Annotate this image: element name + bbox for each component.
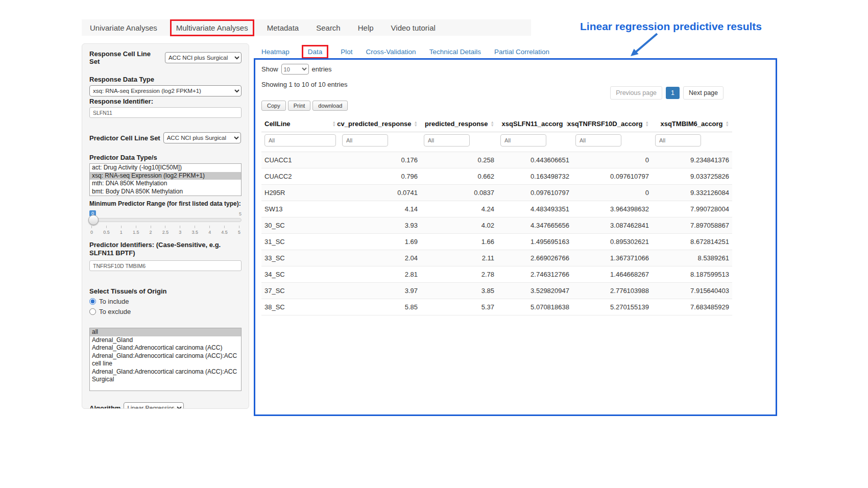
slider-max-label: 5 — [239, 211, 242, 216]
column-label: xsqTNFRSF10D_accorg — [567, 120, 642, 128]
nav-help[interactable]: Help — [358, 23, 374, 32]
result-tabs: Heatmap Data Plot Cross-Validation Techn… — [261, 46, 549, 57]
predictor-data-type-option[interactable]: act: Drug Activity (-log10[IC50M]) — [90, 164, 241, 172]
slider-tick: 1.5 — [133, 226, 139, 235]
tab-technical-details[interactable]: Technical Details — [429, 48, 481, 56]
table-row: 37_SC 3.97 3.85 3.529820947 2.776103988 … — [261, 283, 732, 299]
predictor-data-type-option[interactable]: mth: DNA 850K Methylation — [90, 180, 241, 188]
nav-video-tutorial[interactable]: Video tutorial — [391, 23, 436, 32]
cell-value: 3.529820947 — [497, 283, 572, 299]
column-label: predicted_response — [425, 120, 488, 128]
sort-icon: ▲▼ — [645, 121, 649, 127]
slider-track[interactable] — [89, 218, 242, 222]
predictor-data-type-option-selected[interactable]: xsq: RNA-seq Expression (log2 FPKM+1) — [90, 172, 241, 180]
slider-handle[interactable] — [88, 215, 99, 225]
cell-value: 4.24 — [421, 201, 497, 217]
tab-partial-correlation[interactable]: Partial Correlation — [494, 48, 549, 56]
algorithm-select[interactable]: Linear Regression — [124, 402, 184, 409]
cell-value: 2.04 — [339, 250, 421, 266]
cell-value: 1.69 — [339, 234, 421, 250]
tissue-option[interactable]: Adrenal_Gland:Adrenocortical carcinoma (… — [90, 344, 241, 352]
tissue-option[interactable]: Adrenal_Gland:Adrenocortical carcinoma (… — [90, 352, 241, 368]
column-header-cv-predicted-response[interactable]: cv_predicted_response▲▼ — [339, 116, 421, 132]
tissue-origin-label: Select Tissue/s of Origin — [89, 287, 242, 295]
filter-input-xsqslfn11-accorg[interactable] — [500, 134, 546, 147]
cell-value: 5.37 — [421, 299, 497, 315]
slider-tick: 2 — [150, 226, 152, 235]
cell-value: 9.234841376 — [652, 152, 732, 168]
cell-value: 1.66 — [421, 234, 497, 250]
print-button[interactable]: Print — [288, 101, 311, 111]
predictor-identifiers-input[interactable] — [89, 260, 242, 271]
min-predictor-range-slider: 0 5 0 0.5 1 1.5 2 2.5 3 3.5 4 4.5 5 — [89, 210, 242, 237]
table-row: CUACC2 0.796 0.662 0.163498732 0.0976107… — [261, 168, 732, 185]
tissue-exclude-radio-row: To exclude — [89, 308, 242, 315]
filter-input-predicted-response[interactable] — [424, 134, 470, 147]
response-cell-line-set-select[interactable]: ACC NCI plus Surgical — [165, 52, 242, 63]
cell-value: 8.5389261 — [652, 250, 732, 266]
cell-value: 7.683485929 — [652, 299, 732, 315]
column-label: cv_predicted_response — [337, 120, 411, 128]
slider-tick: 0.5 — [103, 226, 110, 235]
response-identifier-input[interactable] — [89, 107, 242, 118]
cell-value: 1.464668267 — [572, 266, 652, 283]
cell-value: 0.0741 — [339, 185, 421, 201]
tab-cross-validation[interactable]: Cross-Validation — [366, 48, 416, 56]
tissue-include-radio[interactable] — [89, 298, 96, 305]
slider-tick: 2.5 — [162, 226, 169, 235]
predictor-cell-line-set-select[interactable]: ACC NCI plus Surgical — [163, 132, 241, 143]
tab-plot[interactable]: Plot — [341, 48, 352, 56]
tab-data[interactable]: Data — [302, 45, 329, 59]
column-header-xsqtnfrsf10d-accorg[interactable]: xsqTNFRSF10D_accorg▲▼ — [572, 116, 652, 132]
column-header-xsqslfn11-accorg[interactable]: xsqSLFN11_accorg▲▼ — [497, 116, 572, 132]
cell-value: 1.367371066 — [572, 250, 652, 266]
cell-value: 2.669026766 — [497, 250, 572, 266]
column-label: xsqSLFN11_accorg — [502, 120, 563, 128]
cell-value: 0.0837 — [421, 185, 497, 201]
tissue-option[interactable]: Adrenal_Gland:Adrenocortical carcinoma (… — [90, 368, 241, 384]
nav-univariate-analyses[interactable]: Univariate Analyses — [90, 23, 157, 32]
cell-value: 3.97 — [339, 283, 421, 299]
predictor-identifiers-label: Predictor Identifiers: (Case-Sensitive, … — [89, 241, 242, 257]
sidebar-controls: Response Cell Line Set ACC NCI plus Surg… — [82, 43, 249, 409]
tab-heatmap[interactable]: Heatmap — [261, 48, 290, 56]
tissue-option[interactable]: Adrenal_Gland — [90, 336, 241, 345]
predictor-data-type-option[interactable]: bmt: Body DNA 850K Methylation — [90, 188, 241, 196]
slider-tick: 4.5 — [221, 226, 228, 235]
column-header-predicted-response[interactable]: predicted_response▲▼ — [421, 116, 497, 132]
slider-tick: 4 — [208, 226, 211, 235]
table-row: 30_SC 3.93 4.02 4.347665656 3.087462841 … — [261, 217, 732, 234]
nav-multivariate-analyses[interactable]: Multivariate Analyses — [170, 19, 254, 36]
column-header-xsqtmbim6-accorg[interactable]: xsqTMBIM6_accorg▲▼ — [652, 116, 732, 132]
previous-page-button[interactable]: Previous page — [610, 86, 662, 100]
copy-button[interactable]: Copy — [261, 101, 286, 111]
cell-value: 0.258 — [421, 152, 497, 168]
response-data-type-label: Response Data Type — [89, 76, 242, 83]
tissue-option-all-selected[interactable]: all — [90, 328, 241, 336]
cell-value: 0.097610797 — [497, 185, 572, 201]
cell-cellline: H295R — [261, 185, 339, 201]
slider-tick-grid: 0 0.5 1 1.5 2 2.5 3 3.5 4 4.5 5 — [90, 226, 240, 235]
tissue-exclude-radio[interactable] — [89, 308, 96, 315]
algorithm-label: Algorithm — [89, 404, 120, 409]
show-entries-prefix: Show — [261, 65, 278, 73]
entries-count-select[interactable]: 10 — [281, 64, 309, 75]
filter-input-cv-predicted-response[interactable] — [342, 134, 388, 147]
sort-icon: ▲▼ — [726, 121, 729, 127]
column-header-cellline[interactable]: CellLine▲▼ — [261, 116, 339, 132]
cell-value: 0.163498732 — [497, 168, 572, 185]
cell-value: 7.897058867 — [652, 217, 732, 234]
sort-icon: ▲▼ — [414, 121, 418, 127]
filter-input-xsqtnfrsf10d-accorg[interactable] — [575, 134, 621, 147]
top-nav: Univariate Analyses Multivariate Analyse… — [82, 19, 531, 36]
filter-input-xsqtmbim6-accorg[interactable] — [655, 134, 701, 147]
next-page-button[interactable]: Next page — [683, 86, 724, 100]
cell-value: 4.347665656 — [497, 217, 572, 234]
nav-search[interactable]: Search — [316, 23, 341, 32]
response-cell-line-set-label: Response Cell Line Set — [89, 50, 162, 65]
page-number-button[interactable]: 1 — [666, 87, 680, 99]
response-data-type-select[interactable]: xsq: RNA-seq Expression (log2 FPKM+1) — [89, 85, 242, 96]
filter-input-cellline[interactable] — [264, 134, 336, 147]
download-button[interactable]: download — [312, 101, 348, 111]
nav-metadata[interactable]: Metadata — [267, 23, 299, 32]
